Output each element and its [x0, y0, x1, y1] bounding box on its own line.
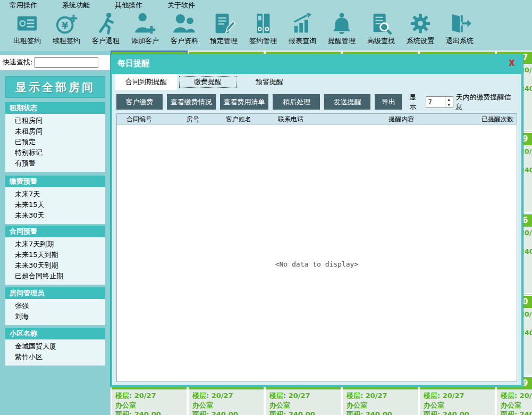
room-card-body: 楼层: 20/27办公室面积: 240.00 — [189, 389, 264, 415]
spinner-down-icon[interactable]: ▼ — [445, 102, 453, 107]
send-reminder-button[interactable]: 发送提醒 — [324, 94, 370, 110]
room-card-body: 楼层: 20/27办公室面积: 240.00 — [266, 389, 341, 415]
section-payment-warning: 缴费预警 未来7天 未来15天 未来30天 — [5, 176, 105, 224]
booking-management-button[interactable]: 预定管理 — [204, 11, 243, 51]
filter-manager-item[interactable]: 张强 — [15, 301, 105, 311]
section-header: 缴费预警 — [5, 176, 105, 187]
tool-label: 系统设置 — [407, 36, 434, 46]
tenant-checkout-button[interactable]: 客户退租 — [86, 11, 125, 51]
dialog-button-row: 客户缴费 查看缴费情况 查看费用清单 稍后处理 发送提醒 导出 显示 ▲ ▼ 天… — [116, 94, 517, 110]
room-card-body: 楼层: 20/27办公室面积: 240.00 — [420, 389, 495, 415]
section-community-name: 小区名称 金城国贸大厦 紫竹小区 — [5, 328, 105, 366]
system-settings-button[interactable]: 系统设置 — [401, 11, 440, 51]
menu-common-operations[interactable]: 常用操作 — [10, 1, 37, 10]
quick-find-bar: 快速查找: — [0, 55, 110, 70]
tool-label: 客户资料 — [171, 36, 198, 46]
filter-rented-rooms[interactable]: 已租房间 — [15, 115, 105, 126]
tab-contract-expiry-reminder[interactable]: 合同到期提醒 — [115, 74, 177, 90]
add-customer-button[interactable]: 添加客户 — [125, 11, 165, 51]
contract-management-icon — [251, 11, 275, 36]
reminder-management-button[interactable]: 提醒管理 — [322, 11, 361, 51]
report-query-button[interactable]: 报表查询 — [283, 11, 322, 51]
app-window: 常用操作 系统功能 其他操作 关于软件 出租签约 ¥ 续租签约 — [0, 0, 532, 415]
filter-next-30-days[interactable]: 未来30天 — [15, 210, 105, 221]
column-customer-name[interactable]: 客户姓名 — [222, 115, 274, 124]
svg-text:¥: ¥ — [62, 20, 69, 31]
filter-manager-item[interactable]: 刘海 — [15, 311, 105, 322]
days-spinner-input[interactable] — [426, 97, 444, 107]
section-room-manager: 房间管理员 张强 刘海 — [5, 287, 105, 325]
export-button[interactable]: 导出 — [375, 94, 402, 110]
filter-vacant-rooms[interactable]: 未租房间 — [15, 126, 105, 137]
contract-management-button[interactable]: 签约管理 — [243, 11, 283, 51]
reminder-grid: 合同编号 房号 客户姓名 联系电话 提醒内容 已提醒次数 <No data to… — [116, 113, 517, 382]
tool-label: 续租签约 — [53, 36, 80, 46]
filter-expire-7-days[interactable]: 未来7天到期 — [15, 239, 105, 250]
column-phone[interactable]: 联系电话 — [274, 115, 383, 124]
tool-label: 添加客户 — [131, 36, 159, 46]
tool-label: 退出系统 — [446, 36, 474, 46]
column-contract-no[interactable]: 合同编号 — [117, 115, 182, 124]
section-lease-status: 租期状态 已租房间 未租房间 已预定 特别标记 有预警 — [5, 102, 105, 172]
view-fee-list-button[interactable]: 查看费用清单 — [220, 94, 269, 110]
rent-sign-button[interactable]: 出租签约 — [7, 11, 47, 51]
filter-over-contract-end[interactable]: 已超合同终止期 — [15, 271, 105, 281]
filter-expire-30-days[interactable]: 未来30天到期 — [15, 260, 105, 271]
filter-next-15-days[interactable]: 未来15天 — [15, 200, 105, 210]
sidebar: 快速查找: 显示全部房间 租期状态 已租房间 未租房间 已预定 特别标记 有预警… — [0, 51, 110, 415]
section-header: 小区名称 — [5, 328, 105, 339]
show-all-rooms-button[interactable]: 显示全部房间 — [5, 76, 105, 98]
exit-system-icon — [447, 11, 472, 36]
filter-special-mark[interactable]: 特别标记 — [15, 147, 105, 158]
section-header: 租期状态 — [5, 102, 105, 114]
column-reminded-count[interactable]: 已提醒次数 — [477, 115, 517, 124]
tool-label: 签约管理 — [249, 36, 277, 46]
filter-community-item[interactable]: 金城国贸大厦 — [15, 341, 105, 352]
days-suffix-label: 天内的缴费提醒信息 — [456, 93, 517, 112]
tool-label: 高级查找 — [367, 36, 395, 46]
menu-other-operations[interactable]: 其他操作 — [115, 1, 142, 10]
room-card-body: 楼层: 20/27办公室面积: 240.00 — [112, 389, 187, 415]
menubar: 常用操作 系统功能 其他操作 关于软件 — [0, 0, 532, 11]
filter-community-item[interactable]: 紫竹小区 — [15, 352, 105, 362]
quick-find-label: 快速查找: — [3, 57, 32, 67]
dialog-title: 每日提醒 — [111, 54, 523, 72]
filter-next-7-days[interactable]: 未来7天 — [15, 189, 105, 200]
days-prefix-label: 显示 — [409, 93, 423, 112]
section-contract-warning: 合同预警 未来7天到期 未来15天到期 未来30天到期 已超合同终止期 — [5, 226, 105, 285]
customer-info-icon — [172, 11, 197, 36]
renew-lease-button[interactable]: ¥ 续租签约 — [47, 11, 86, 51]
tenant-checkout-icon — [94, 11, 118, 36]
view-payment-status-button[interactable]: 查看缴费情况 — [167, 94, 216, 110]
column-room-no[interactable]: 房号 — [182, 115, 222, 124]
renew-lease-icon: ¥ — [54, 11, 79, 36]
menu-system-functions[interactable]: 系统功能 — [62, 1, 90, 10]
days-spinner: ▲ ▼ — [426, 96, 453, 108]
customer-info-button[interactable]: 客户资料 — [165, 11, 204, 51]
tool-label: 客户退租 — [92, 36, 120, 46]
filter-reserved[interactable]: 已预定 — [15, 137, 105, 147]
toolbar: 出租签约 ¥ 续租签约 客户退租 添加客户 — [0, 11, 532, 51]
section-header: 合同预警 — [5, 226, 105, 237]
filter-has-warning[interactable]: 有预警 — [15, 158, 105, 169]
spinner-up-icon[interactable]: ▲ — [445, 97, 453, 102]
room-card-body: 楼层: 20/27办公室面积: 240.00 — [497, 389, 532, 415]
filter-expire-15-days[interactable]: 未来15天到期 — [15, 250, 105, 260]
column-reminder-content[interactable]: 提醒内容 — [383, 115, 477, 124]
tool-label: 预定管理 — [210, 36, 238, 46]
tab-warning-reminder[interactable]: 预警提醒 — [239, 74, 300, 90]
close-icon[interactable]: X — [507, 59, 517, 68]
advanced-search-button[interactable]: 高级查找 — [361, 11, 401, 51]
tab-payment-reminder[interactable]: 缴费提醒 — [177, 74, 239, 90]
customer-payment-button[interactable]: 客户缴费 — [116, 94, 163, 110]
menu-about-software[interactable]: 关于软件 — [167, 1, 195, 10]
advanced-search-icon — [369, 11, 393, 36]
rent-sign-icon — [15, 11, 39, 36]
tool-label: 提醒管理 — [328, 36, 356, 46]
add-customer-icon — [133, 11, 157, 36]
quick-find-input[interactable] — [35, 57, 98, 68]
report-query-icon — [290, 11, 315, 36]
handle-later-button[interactable]: 稍后处理 — [273, 94, 320, 110]
system-settings-icon — [408, 11, 433, 36]
exit-system-button[interactable]: 退出系统 — [440, 11, 479, 51]
